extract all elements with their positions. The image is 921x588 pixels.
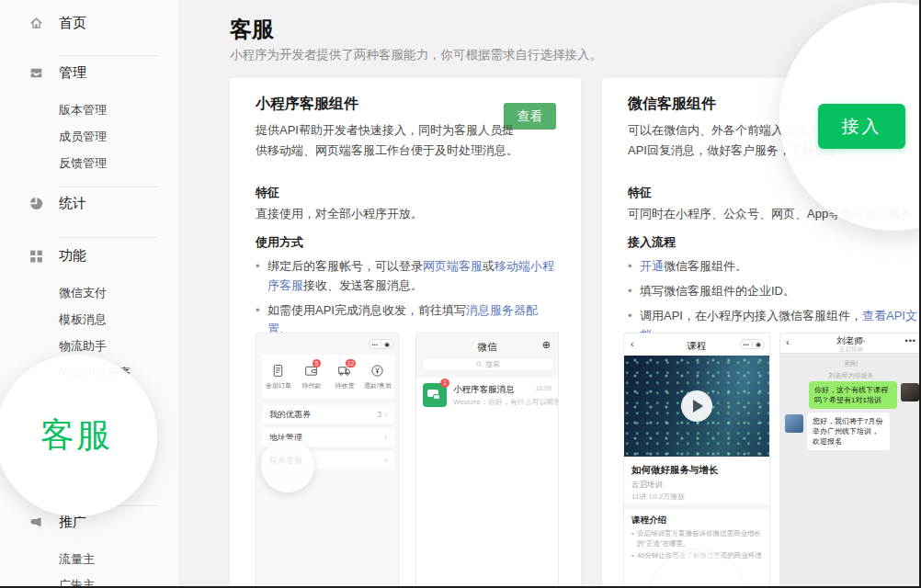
usage-bullet: 绑定后的客服帐号，可以登录网页端客服或移动端小程序客服接收、发送客服消息。 — [256, 256, 561, 295]
flow-bullet: 开通微信客服组件。 — [628, 256, 921, 276]
chat-list-item: 1 小程序客服消息 Westore：你好，有什么可以帮您? 16:09 — [416, 378, 558, 414]
intro-heading: 课程介绍 — [631, 514, 666, 526]
plus-icon — [542, 339, 551, 351]
phone-mockup-service-chat: 刘老师· 云启培训 刚刚 刘老师为你服务 你好，这个有线下课程吗？希望有1对1培… — [779, 333, 921, 588]
truck-icon: 12 — [337, 364, 352, 379]
spotlight-circle-customer-service: 客服 — [0, 355, 157, 516]
web-customer-service-link[interactable]: 网页端客服 — [423, 259, 483, 273]
wechat-title: 微信 — [416, 341, 558, 354]
video-thumbnail — [624, 356, 769, 457]
bullet-text: 接收、发送客服消息。 — [303, 278, 423, 292]
video-title: 如何做好服务与增长 — [631, 464, 719, 477]
card-title: 小程序客服组件 — [256, 95, 358, 114]
sidebar-divider — [59, 237, 157, 238]
intro-bullet: 云启培训官方直播告诉你微信里商业增长的“正道”在哪里。 — [631, 528, 764, 548]
spotlight-label: 客服 — [40, 413, 112, 458]
quick-entry-label: 待收货 — [335, 381, 355, 390]
list-item-coupons: 我的优惠券 3 — [262, 405, 394, 424]
chat-contact-subtitle: 云启培训 — [780, 345, 921, 354]
card-description: 提供API帮助开发者快速接入，同时为客服人员提供移动端、网页端客服工作台便于及时… — [256, 120, 518, 161]
card-miniprogram-service-component: 小程序客服组件 查看 提供API帮助开发者快速接入，同时为客服人员提供移动端、网… — [230, 78, 581, 588]
megaphone-icon — [28, 514, 44, 530]
search-bar: 搜索 — [422, 357, 554, 371]
sidebar-item-wechat-pay[interactable]: 微信支付 — [59, 285, 107, 301]
feature-heading: 特征 — [628, 185, 652, 201]
bullet-text: 填写微信客服组件的企业ID。 — [640, 284, 795, 298]
bullet-text: 或 — [483, 259, 495, 273]
chat-preview: Westore：你好，有什么可以帮您? — [453, 397, 559, 407]
spotlight-circle-contact-service — [261, 439, 314, 492]
video-author: 云启培训 — [631, 480, 663, 491]
quick-entry-refund: 退款/售后 — [361, 364, 394, 390]
pie-chart-icon — [28, 196, 44, 211]
inbox-icon — [28, 65, 44, 81]
phone-mockup-miniprogram-profile: 全部订单 5 待付款 12 待收货 — [256, 333, 399, 588]
refund-icon — [370, 364, 385, 379]
flow-heading: 接入流程 — [628, 234, 676, 251]
feature-heading: 特征 — [256, 185, 279, 201]
chat-time: 16:09 — [535, 385, 551, 391]
page-title: 客服 — [230, 15, 274, 44]
chat-title: 小程序客服消息 — [453, 384, 515, 396]
usage-heading: 使用方式 — [256, 234, 303, 251]
unread-badge: 1 — [440, 379, 449, 388]
feature-text: 直接使用，对全部小程序开放。 — [256, 206, 423, 222]
quick-entry-label: 待付款 — [302, 381, 322, 390]
quick-entry-panel: 全部订单 5 待付款 12 待收货 — [262, 355, 394, 399]
chevron-right-icon — [384, 456, 387, 465]
sidebar-item-traffic-owner[interactable]: 流量主 — [59, 551, 95, 568]
phone-mockup-wechat-chatlist: 微信 搜索 1 小程序客服消息 Westore：你好，有什么可以帮您? 16:0… — [415, 333, 559, 588]
search-icon — [476, 361, 483, 368]
bullet-text: 如需使用API完成消息收发，前往填写 — [267, 303, 466, 317]
sidebar-item-member-management[interactable]: 成员管理 — [59, 129, 107, 145]
badge: 12 — [346, 359, 356, 368]
quick-entry-to-pay: 5 待付款 — [295, 364, 328, 390]
flow-bullet: 填写微信客服组件的企业ID。 — [628, 281, 921, 300]
grid-icon — [28, 248, 44, 264]
sidebar: 首页 管理 版本管理 成员管理 反馈管理 统计 功能 微信支付 模板消息 — [0, 0, 180, 588]
sidebar-item-template-message[interactable]: 模板消息 — [59, 311, 107, 328]
quick-entry-all-orders: 全部订单 — [262, 364, 295, 390]
bullet-text: 调用API，在小程序内接入微信客服组件， — [640, 309, 862, 322]
connect-button[interactable]: 接入 — [818, 104, 905, 149]
open-wechat-service-link[interactable]: 开通 — [640, 259, 664, 273]
sidebar-item-label: 功能 — [59, 247, 86, 265]
section-divider — [624, 504, 769, 509]
home-icon — [28, 16, 44, 31]
list-item-value: 3 — [377, 410, 381, 419]
order-list-icon — [271, 364, 286, 379]
quick-entry-label: 全部订单 — [266, 381, 291, 390]
chat-system-note: 刘老师为你服务 — [780, 371, 921, 380]
page-subtitle: 小程序为开发者提供了两种客服能力，你可根据需求自行选择接入。 — [230, 47, 602, 63]
chat-time-divider: 刚刚 — [780, 359, 921, 368]
miniprogram-capsule-icon — [369, 339, 393, 349]
user-avatar — [901, 383, 919, 401]
chevron-right-icon — [384, 410, 387, 419]
app-window: 首页 管理 版本管理 成员管理 反馈管理 统计 功能 微信支付 模板消息 — [0, 0, 921, 588]
phone-mockup-course-page: 课程 如何做好服务与增长 云启培训 11讲 10.2万播放 课程介绍 云启培训官… — [623, 333, 770, 588]
sidebar-item-label: 管理 — [59, 64, 86, 82]
usage-bullet-list: 绑定后的客服帐号，可以登录网页端客服或移动端小程序客服接收、发送客服消息。 如需… — [256, 256, 561, 345]
miniprogram-capsule-icon — [740, 339, 765, 349]
bullet-text: 微信客服组件。 — [664, 259, 747, 273]
quick-entry-label: 退款/售后 — [364, 381, 392, 390]
card-title: 微信客服组件 — [628, 95, 716, 114]
sidebar-item-label: 统计 — [59, 195, 86, 212]
sidebar-divider — [59, 187, 157, 187]
sidebar-item-label: 首页 — [59, 15, 86, 32]
video-meta: 11讲 10.2万播放 — [631, 492, 685, 502]
outgoing-message-bubble: 你好，这个有线下课程吗？希望有1对1培训 — [809, 381, 897, 409]
sidebar-item-logistics-assistant[interactable]: 物流助手 — [59, 338, 107, 355]
search-placeholder: 搜索 — [485, 359, 500, 369]
sidebar-divider — [59, 55, 157, 56]
wallet-icon: 5 — [304, 364, 319, 379]
badge: 5 — [313, 359, 321, 368]
bullet-text: 绑定后的客服帐号，可以登录 — [267, 259, 423, 273]
sidebar-item-version-management[interactable]: 版本管理 — [59, 102, 107, 119]
incoming-message-bubble: 您好，我们将于7月份举办广州线下培训，欢迎报名 — [807, 413, 890, 450]
list-item-label: 我的优惠券 — [269, 409, 311, 421]
chevron-right-icon — [384, 433, 387, 442]
sidebar-item-feedback-management[interactable]: 反馈管理 — [59, 155, 107, 172]
teacher-avatar — [785, 414, 803, 433]
play-button-icon — [681, 390, 712, 422]
